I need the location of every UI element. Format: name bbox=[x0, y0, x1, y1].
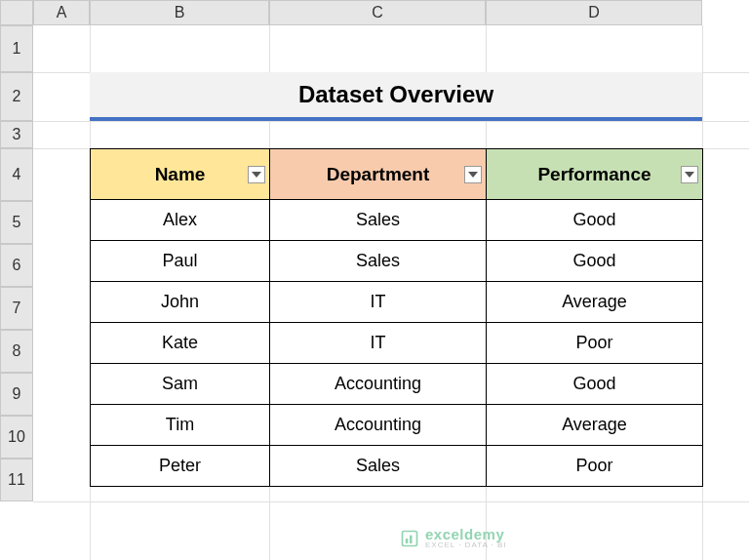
row-header-4[interactable]: 4 bbox=[0, 148, 33, 201]
data-table: Name Department Performance bbox=[90, 148, 703, 487]
table-row: Sam Accounting Good bbox=[91, 364, 703, 405]
table-row: Paul Sales Good bbox=[91, 241, 703, 282]
filter-button-name[interactable] bbox=[248, 166, 265, 183]
header-performance: Performance bbox=[487, 149, 703, 200]
chevron-down-icon bbox=[468, 172, 478, 178]
row-header-7[interactable]: 7 bbox=[0, 287, 33, 330]
row-header-11[interactable]: 11 bbox=[0, 459, 33, 501]
col-header-B[interactable]: B bbox=[90, 0, 269, 25]
cell-performance[interactable]: Good bbox=[487, 200, 703, 241]
cell-name[interactable]: John bbox=[91, 282, 270, 323]
row-header-10[interactable]: 10 bbox=[0, 416, 33, 459]
col-header-A[interactable]: A bbox=[33, 0, 90, 25]
row-header-8[interactable]: 8 bbox=[0, 330, 33, 373]
chevron-down-icon bbox=[252, 172, 261, 178]
svg-rect-2 bbox=[410, 535, 413, 542]
header-name-label: Name bbox=[155, 164, 206, 184]
col-header-D[interactable]: D bbox=[486, 0, 702, 25]
cell-name[interactable]: Sam bbox=[91, 364, 270, 405]
header-name: Name bbox=[91, 149, 270, 200]
cell-name[interactable]: Tim bbox=[91, 405, 270, 446]
row-header-9[interactable]: 9 bbox=[0, 373, 33, 416]
table-header-row: Name Department Performance bbox=[91, 149, 703, 200]
cell-department[interactable]: Accounting bbox=[270, 364, 487, 405]
exceldemy-logo-icon bbox=[400, 529, 419, 548]
row-header-1[interactable]: 1 bbox=[0, 25, 33, 72]
cell-department[interactable]: Accounting bbox=[270, 405, 487, 446]
watermark-sub: EXCEL · DATA · BI bbox=[425, 541, 507, 549]
cell-department[interactable]: Sales bbox=[270, 241, 487, 282]
cell-department[interactable]: IT bbox=[270, 323, 487, 364]
table-row: John IT Average bbox=[91, 282, 703, 323]
row-header-3[interactable]: 3 bbox=[0, 121, 33, 148]
header-department: Department bbox=[270, 149, 487, 200]
row-header-6[interactable]: 6 bbox=[0, 244, 33, 287]
chevron-down-icon bbox=[685, 172, 694, 178]
header-performance-label: Performance bbox=[537, 164, 650, 184]
cell-performance[interactable]: Average bbox=[487, 282, 703, 323]
cell-name[interactable]: Peter bbox=[91, 446, 270, 487]
cell-performance[interactable]: Average bbox=[487, 405, 703, 446]
filter-button-department[interactable] bbox=[464, 166, 482, 183]
svg-rect-1 bbox=[406, 539, 409, 543]
table-row: Tim Accounting Average bbox=[91, 405, 703, 446]
table-row: Peter Sales Poor bbox=[91, 446, 703, 487]
watermark: exceldemy EXCEL · DATA · BI bbox=[400, 527, 507, 549]
watermark-main: exceldemy bbox=[425, 527, 507, 541]
cell-performance[interactable]: Good bbox=[487, 241, 703, 282]
row-header-2[interactable]: 2 bbox=[0, 72, 33, 121]
table-row: Alex Sales Good bbox=[91, 200, 703, 241]
spreadsheet: A B C D 1 2 3 4 5 6 7 8 9 10 11 Dataset … bbox=[0, 0, 749, 560]
cell-name[interactable]: Alex bbox=[91, 200, 270, 241]
cell-performance[interactable]: Good bbox=[487, 364, 703, 405]
cell-department[interactable]: IT bbox=[270, 282, 487, 323]
cell-department[interactable]: Sales bbox=[270, 446, 487, 487]
select-all-corner[interactable] bbox=[0, 0, 33, 25]
row-header-5[interactable]: 5 bbox=[0, 201, 33, 244]
cell-performance[interactable]: Poor bbox=[487, 446, 703, 487]
cell-name[interactable]: Paul bbox=[91, 241, 270, 282]
cell-department[interactable]: Sales bbox=[270, 200, 487, 241]
header-department-label: Department bbox=[327, 164, 430, 184]
cell-performance[interactable]: Poor bbox=[487, 323, 703, 364]
table-row: Kate IT Poor bbox=[91, 323, 703, 364]
page-title: Dataset Overview bbox=[90, 72, 702, 121]
col-header-C[interactable]: C bbox=[269, 0, 486, 25]
cell-name[interactable]: Kate bbox=[91, 323, 270, 364]
filter-button-performance[interactable] bbox=[681, 166, 698, 183]
